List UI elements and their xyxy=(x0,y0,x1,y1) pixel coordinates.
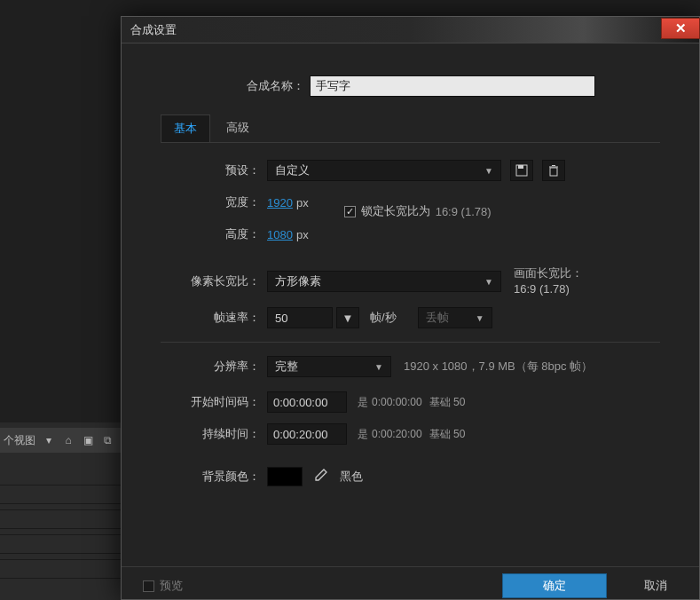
preview-checkbox[interactable] xyxy=(143,580,154,592)
fps-unit: 帧/秒 xyxy=(370,310,397,326)
dropframe-value: 丢帧 xyxy=(426,310,449,326)
fps-input[interactable]: 50 xyxy=(267,307,333,328)
start-tc-note-prefix: 是 xyxy=(358,395,368,410)
bg-toolbar-label: 个视图 xyxy=(4,433,35,448)
close-button[interactable]: ✕ xyxy=(661,18,700,39)
background-rows xyxy=(0,485,124,584)
ok-button[interactable]: 确定 xyxy=(502,573,607,598)
frame-aspect-value: 16:9 (1.78) xyxy=(514,281,583,297)
comp-name-label: 合成名称： xyxy=(136,78,304,94)
tab-advanced[interactable]: 高级 xyxy=(214,114,262,142)
preset-value: 自定义 xyxy=(275,162,310,178)
width-label: 宽度： xyxy=(161,194,260,210)
bg-row xyxy=(0,534,124,554)
resolution-value: 完整 xyxy=(275,359,298,375)
close-icon: ✕ xyxy=(675,20,687,36)
bgcolor-name: 黑色 xyxy=(340,469,363,485)
start-tc-note-tc: 0:00:00:00 xyxy=(372,396,422,408)
frame-aspect-label: 画面长宽比： xyxy=(514,265,583,281)
chevron-down-icon: ▼ xyxy=(374,362,383,372)
save-preset-button[interactable] xyxy=(510,160,533,181)
row-dimensions: 宽度： 1920 px 高度： 1080 px ✓ 锁定长宽比为 16:9 (1… xyxy=(161,191,660,255)
background-toolbar: 个视图 ▾ ⌂ ▣ ⧉ xyxy=(0,428,124,453)
tab-panel-basic: 预设： 自定义 ▼ 宽度： 1920 px xyxy=(161,142,660,488)
dialog-title: 合成设置 xyxy=(130,22,177,38)
footer-buttons: 确定 取消 xyxy=(502,572,678,599)
start-tc-note-base: 基础 50 xyxy=(429,395,466,410)
preview-label: 预览 xyxy=(160,578,183,594)
height-label: 高度： xyxy=(161,226,260,242)
width-input[interactable]: 1920 xyxy=(267,196,293,209)
height-unit: px xyxy=(296,228,309,241)
divider xyxy=(161,342,660,343)
lock-aspect-group: ✓ 锁定长宽比为 16:9 (1.78) xyxy=(344,191,492,219)
dialog-footer: 预览 确定 取消 xyxy=(122,566,699,599)
duration-label: 持续时间： xyxy=(161,426,260,442)
trash-icon xyxy=(547,164,560,177)
resolution-info: 1920 x 1080，7.9 MB（每 8bpc 帧） xyxy=(404,359,593,375)
frame-aspect-info: 画面长宽比： 16:9 (1.78) xyxy=(514,265,583,297)
preset-dropdown[interactable]: 自定义 ▼ xyxy=(267,160,501,181)
preset-label: 预设： xyxy=(161,162,260,178)
row-duration: 持续时间： 是 0:00:20:00 基础 50 xyxy=(161,422,660,446)
row-bgcolor: 背景颜色： 黑色 xyxy=(161,465,660,488)
par-value: 方形像素 xyxy=(275,273,321,289)
chevron-down-icon[interactable]: ▾ xyxy=(43,434,55,446)
bgcolor-label: 背景颜色： xyxy=(161,469,260,485)
fps-dropdown-caret[interactable]: ▼ xyxy=(336,307,359,328)
toolbar-icon-2[interactable]: ▣ xyxy=(82,434,94,446)
height-input[interactable]: 1080 xyxy=(267,228,293,241)
svg-rect-2 xyxy=(550,168,557,176)
fps-label: 帧速率： xyxy=(161,310,260,326)
dialog-titlebar[interactable]: 合成设置 ✕ xyxy=(122,17,699,43)
start-tc-input[interactable] xyxy=(267,391,347,413)
duration-input[interactable] xyxy=(267,423,347,445)
lock-aspect-label: 锁定长宽比为 xyxy=(361,203,430,219)
eyedropper-button[interactable] xyxy=(313,469,327,486)
save-icon xyxy=(515,164,528,177)
bgcolor-swatch[interactable] xyxy=(267,467,303,486)
tabs: 基本 高级 xyxy=(161,114,685,142)
resolution-dropdown[interactable]: 完整 ▼ xyxy=(267,356,391,377)
preview-checkbox-group: 预览 xyxy=(143,578,183,594)
start-tc-label: 开始时间码： xyxy=(161,394,260,410)
bg-row xyxy=(0,509,124,529)
row-start-timecode: 开始时间码： 是 0:00:00:00 基础 50 xyxy=(161,391,660,414)
row-pixel-aspect: 像素长宽比： 方形像素 ▼ 画面长宽比： 16:9 (1.78) xyxy=(161,265,660,297)
fps-value: 50 xyxy=(275,312,287,325)
chevron-down-icon: ▼ xyxy=(484,277,493,287)
row-comp-name: 合成名称： xyxy=(136,75,685,97)
duration-note-prefix: 是 xyxy=(358,427,368,442)
row-resolution: 分辨率： 完整 ▼ 1920 x 1080，7.9 MB（每 8bpc 帧） xyxy=(161,355,660,378)
toolbar-icon-3[interactable]: ⧉ xyxy=(101,434,114,446)
cancel-button[interactable]: 取消 xyxy=(633,572,678,599)
row-fps: 帧速率： 50 ▼ 帧/秒 丢帧 ▼ xyxy=(161,306,660,329)
bg-row xyxy=(0,559,124,579)
par-dropdown[interactable]: 方形像素 ▼ xyxy=(267,271,501,292)
chevron-down-icon: ▼ xyxy=(476,313,484,323)
row-height: 高度： 1080 px xyxy=(161,223,309,246)
dialog-body: 合成名称： 基本 高级 预设： 自定义 ▼ xyxy=(122,43,699,506)
lock-aspect-ratio: 16:9 (1.78) xyxy=(436,205,492,218)
svg-rect-1 xyxy=(518,165,523,169)
eyedropper-icon xyxy=(313,469,327,483)
toolbar-icon-1[interactable]: ⌂ xyxy=(62,434,75,446)
bg-row xyxy=(0,485,124,504)
lock-aspect-checkbox[interactable]: ✓ xyxy=(344,206,356,217)
row-preset: 预设： 自定义 ▼ xyxy=(161,159,660,182)
chevron-down-icon: ▼ xyxy=(484,166,493,176)
width-unit: px xyxy=(296,196,309,209)
comp-name-input[interactable] xyxy=(310,75,595,97)
delete-preset-button[interactable] xyxy=(542,160,565,181)
duration-note-tc: 0:00:20:00 xyxy=(372,428,422,440)
resolution-label: 分辨率： xyxy=(161,359,260,375)
dropframe-dropdown: 丢帧 ▼ xyxy=(418,307,492,328)
row-width: 宽度： 1920 px xyxy=(161,191,309,214)
duration-note-base: 基础 50 xyxy=(429,427,466,442)
composition-settings-dialog: 合成设置 ✕ 合成名称： 基本 高级 预设： 自定义 ▼ xyxy=(121,16,700,600)
chevron-down-icon: ▼ xyxy=(342,312,354,325)
tab-basic[interactable]: 基本 xyxy=(161,114,210,142)
par-label: 像素长宽比： xyxy=(161,273,260,289)
